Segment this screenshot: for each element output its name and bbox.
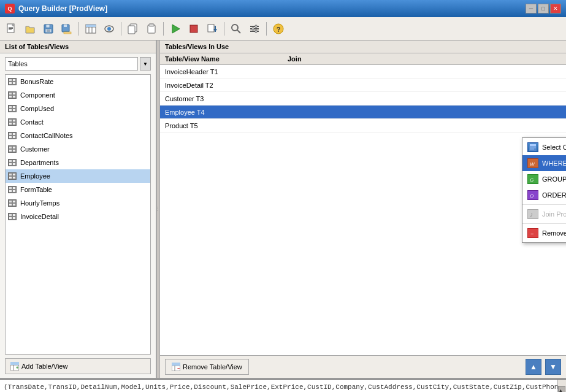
remove-table-button[interactable]: − Remove Table/View (165, 359, 249, 375)
minimize-button[interactable]: ─ (526, 4, 537, 13)
table-button[interactable] (82, 20, 99, 37)
ctx-group-by[interactable]: G GROUP BY Clause... (522, 171, 566, 187)
sql-area[interactable]: (TransDate,TransID,DetailNum,Model,Units… (0, 379, 566, 392)
col-join-header: Join (288, 55, 561, 63)
ctx-separator-2 (522, 223, 566, 224)
title-bar: Q Query Builder [ProdView] ─ □ ✕ (0, 0, 566, 17)
table-grid-icon (8, 145, 18, 153)
remove-table-icon: − (172, 363, 180, 371)
title-bar-controls[interactable]: ─ □ ✕ (526, 4, 561, 13)
ctx-where-clause-label: WHERE Clause ... (542, 159, 566, 167)
list-item-customer[interactable]: Customer (6, 142, 150, 156)
ctx-select-columns[interactable]: Select Columns ... (522, 139, 566, 155)
list-item[interactable]: Departments (6, 156, 150, 169)
list-item[interactable]: ContactCallNotes (6, 129, 150, 142)
table-grid-icon (8, 199, 18, 207)
svg-text:+: + (16, 366, 18, 370)
add-table-icon: + (10, 362, 19, 371)
svg-rect-47 (172, 363, 180, 366)
svg-rect-11 (64, 32, 71, 34)
left-panel-header: List of Tables/Views (0, 40, 156, 53)
help-button[interactable]: ? (270, 20, 287, 37)
ctx-order-by[interactable]: O ORDER BY Clause ... (522, 187, 566, 203)
svg-rect-36 (255, 30, 257, 33)
ctx-where-clause[interactable]: W WHERE Clause ... (522, 155, 566, 171)
right-panel: Tables/Views In Use Table/View Name Join… (160, 40, 566, 378)
table-headers: Table/View Name Join (160, 53, 566, 65)
svg-line-30 (237, 30, 240, 33)
svg-rect-20 (128, 26, 135, 34)
tables-in-use-list: InvoiceHeader T1 InvoiceDetail T2 Custom… (160, 65, 566, 355)
svg-rect-2 (9, 27, 13, 28)
ctx-join-properties-label: Join Properties... (542, 210, 566, 218)
tables-dropdown-container: Tables Views All ▼ (5, 57, 151, 71)
table-grid-icon (8, 172, 18, 180)
close-button[interactable]: ✕ (550, 4, 561, 13)
ctx-remove-table[interactable]: − Remove Table/View (522, 225, 566, 241)
save-button[interactable] (40, 20, 57, 37)
sql-text: (TransDate,TransID,DetailNum,Model,Units… (4, 382, 562, 392)
context-menu: Select Columns ... W WHERE Clause ... G (522, 137, 566, 243)
list-item[interactable]: BonusRate (6, 75, 150, 88)
svg-rect-34 (255, 25, 257, 28)
tables-dropdown[interactable]: Tables Views All (5, 57, 138, 71)
svg-rect-8 (47, 29, 50, 32)
list-item[interactable]: HourlyTemps (6, 196, 150, 210)
maximize-button[interactable]: □ (538, 4, 549, 13)
svg-rect-26 (208, 25, 214, 32)
table-grid-icon (8, 186, 18, 193)
ctx-separator-1 (522, 204, 566, 205)
use-table-row[interactable]: Product T5 (160, 119, 566, 133)
use-table-row[interactable]: InvoiceDetail T2 (160, 79, 566, 92)
list-item[interactable]: InvoiceDetail (6, 210, 150, 223)
open-button[interactable] (21, 20, 39, 37)
tables-list: BonusRate Component CompUsed Contact (5, 74, 151, 355)
svg-text:−: − (530, 231, 533, 237)
use-table-row[interactable]: Customer T3 (160, 92, 566, 106)
search-button[interactable] (228, 20, 245, 37)
use-table-row[interactable]: InvoiceHeader T1 (160, 65, 566, 79)
svg-rect-35 (252, 28, 254, 30)
table-grid-icon (8, 159, 18, 166)
export-button[interactable] (204, 20, 221, 37)
svg-rect-25 (190, 25, 197, 33)
stop-button[interactable] (185, 20, 202, 37)
move-down-button[interactable]: ▼ (545, 359, 561, 375)
title-bar-left: Q Query Builder [ProdView] (5, 4, 107, 13)
list-item[interactable]: Contact (6, 115, 150, 129)
svg-marker-24 (172, 25, 180, 33)
new-button[interactable] (3, 20, 20, 37)
svg-rect-10 (64, 25, 67, 27)
svg-rect-3 (9, 28, 13, 29)
table-grid-icon (8, 118, 18, 126)
svg-point-29 (232, 25, 238, 31)
svg-rect-32 (250, 28, 259, 29)
options-button[interactable] (246, 20, 263, 37)
table-grid-icon (8, 213, 18, 220)
svg-rect-23 (149, 24, 154, 26)
use-table-row-employee[interactable]: Employee T4 (160, 106, 566, 119)
run-button[interactable] (167, 20, 184, 37)
paste-button[interactable] (143, 20, 160, 37)
dropdown-arrow-icon[interactable]: ▼ (140, 57, 151, 71)
left-panel: List of Tables/Views Tables Views All ▼ … (0, 40, 156, 378)
view-button[interactable] (101, 20, 118, 37)
table-actions: − Remove Table/View ▲ ▼ (160, 355, 566, 378)
sql-scrollbar[interactable]: ▲ ▼ (557, 380, 566, 392)
ctx-order-by-label: ORDER BY Clause ... (542, 191, 566, 199)
move-up-button[interactable]: ▲ (526, 359, 541, 375)
window-title: Query Builder [ProdView] (18, 4, 107, 13)
app-icon: Q (5, 4, 15, 13)
list-item-employee[interactable]: Employee (6, 169, 150, 183)
save-as-button[interactable] (58, 20, 75, 37)
join-properties-icon: J (527, 209, 538, 219)
svg-text:G: G (530, 177, 533, 183)
list-item[interactable]: Component (6, 88, 150, 102)
list-item[interactable]: FormTable (6, 183, 150, 196)
sql-scrollbar-up[interactable]: ▲ (558, 386, 565, 392)
toolbar: ? (0, 17, 566, 40)
toolbar-sep-1 (78, 22, 79, 36)
list-item[interactable]: CompUsed (6, 102, 150, 115)
copy-button[interactable] (124, 20, 142, 37)
add-table-button[interactable]: + Add Table/View (5, 358, 151, 374)
